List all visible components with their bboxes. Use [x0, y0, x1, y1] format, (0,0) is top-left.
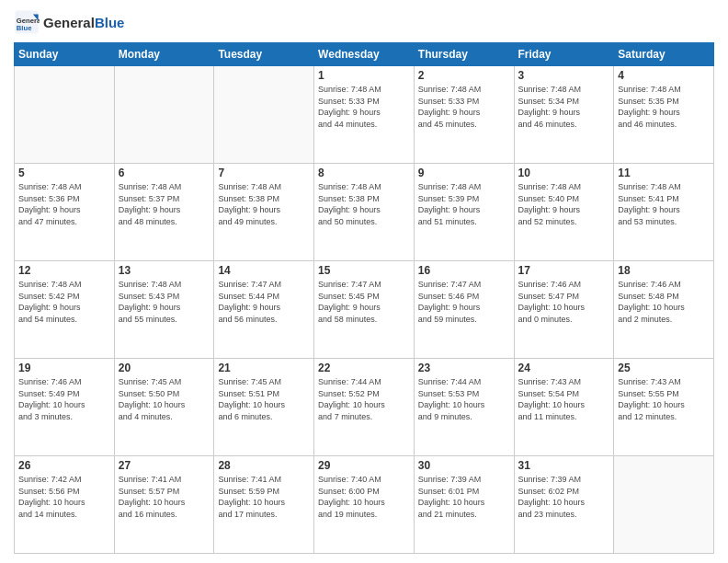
calendar-cell: 7Sunrise: 7:48 AM Sunset: 5:38 PM Daylig… [214, 164, 314, 261]
weekday-header-thursday: Thursday [414, 43, 514, 66]
calendar-cell: 3Sunrise: 7:48 AM Sunset: 5:34 PM Daylig… [514, 66, 614, 164]
calendar-cell [15, 66, 115, 164]
day-number: 27 [119, 459, 210, 472]
calendar-cell: 25Sunrise: 7:43 AM Sunset: 5:55 PM Dayli… [614, 359, 714, 456]
day-info: Sunrise: 7:47 AM Sunset: 5:46 PM Dayligh… [418, 279, 510, 325]
week-row-2: 5Sunrise: 7:48 AM Sunset: 5:36 PM Daylig… [15, 164, 714, 261]
day-number: 9 [418, 167, 510, 179]
weekday-header-tuesday: Tuesday [214, 43, 314, 66]
calendar-cell: 19Sunrise: 7:46 AM Sunset: 5:49 PM Dayli… [15, 359, 115, 456]
day-number: 23 [418, 362, 510, 374]
day-info: Sunrise: 7:46 AM Sunset: 5:47 PM Dayligh… [518, 279, 610, 325]
day-number: 1 [318, 69, 410, 82]
day-number: 30 [418, 459, 510, 472]
day-info: Sunrise: 7:44 AM Sunset: 5:52 PM Dayligh… [318, 376, 410, 422]
day-number: 20 [119, 362, 210, 374]
weekday-header-saturday: Saturday [614, 43, 714, 66]
day-info: Sunrise: 7:48 AM Sunset: 5:34 PM Dayligh… [518, 84, 610, 130]
weekday-header-sunday: Sunday [15, 43, 115, 66]
calendar-cell: 21Sunrise: 7:45 AM Sunset: 5:51 PM Dayli… [214, 359, 314, 456]
day-number: 29 [318, 459, 410, 472]
day-number: 8 [318, 167, 410, 179]
day-number: 10 [518, 167, 610, 179]
calendar-cell: 10Sunrise: 7:48 AM Sunset: 5:40 PM Dayli… [514, 164, 614, 261]
day-info: Sunrise: 7:48 AM Sunset: 5:38 PM Dayligh… [318, 181, 410, 227]
logo: General Blue GeneralBlue [14, 9, 124, 35]
calendar-cell: 30Sunrise: 7:39 AM Sunset: 6:01 PM Dayli… [414, 456, 514, 554]
day-info: Sunrise: 7:48 AM Sunset: 5:39 PM Dayligh… [418, 181, 510, 227]
calendar-cell: 31Sunrise: 7:39 AM Sunset: 6:02 PM Dayli… [514, 456, 614, 554]
day-number: 17 [518, 264, 610, 277]
day-number: 7 [218, 167, 310, 179]
day-number: 24 [518, 362, 610, 374]
day-info: Sunrise: 7:46 AM Sunset: 5:48 PM Dayligh… [618, 279, 710, 325]
calendar-cell: 20Sunrise: 7:45 AM Sunset: 5:50 PM Dayli… [114, 359, 214, 456]
logo-blue: Blue [95, 15, 125, 30]
day-number: 19 [18, 362, 110, 374]
day-info: Sunrise: 7:40 AM Sunset: 6:00 PM Dayligh… [318, 474, 410, 520]
day-number: 2 [418, 69, 510, 82]
week-row-4: 19Sunrise: 7:46 AM Sunset: 5:49 PM Dayli… [15, 359, 714, 456]
calendar-cell: 27Sunrise: 7:41 AM Sunset: 5:57 PM Dayli… [114, 456, 214, 554]
logo-text: GeneralBlue [43, 15, 124, 30]
day-info: Sunrise: 7:41 AM Sunset: 5:57 PM Dayligh… [119, 474, 210, 520]
day-info: Sunrise: 7:48 AM Sunset: 5:33 PM Dayligh… [318, 84, 410, 130]
calendar-cell: 5Sunrise: 7:48 AM Sunset: 5:36 PM Daylig… [15, 164, 115, 261]
calendar-cell: 16Sunrise: 7:47 AM Sunset: 5:46 PM Dayli… [414, 261, 514, 359]
calendar-cell: 14Sunrise: 7:47 AM Sunset: 5:44 PM Dayli… [214, 261, 314, 359]
calendar-cell: 9Sunrise: 7:48 AM Sunset: 5:39 PM Daylig… [414, 164, 514, 261]
day-info: Sunrise: 7:48 AM Sunset: 5:42 PM Dayligh… [18, 279, 110, 325]
day-info: Sunrise: 7:45 AM Sunset: 5:51 PM Dayligh… [218, 376, 310, 422]
calendar-cell: 2Sunrise: 7:48 AM Sunset: 5:33 PM Daylig… [414, 66, 514, 164]
calendar-cell: 24Sunrise: 7:43 AM Sunset: 5:54 PM Dayli… [514, 359, 614, 456]
calendar-cell: 26Sunrise: 7:42 AM Sunset: 5:56 PM Dayli… [15, 456, 115, 554]
calendar-cell: 29Sunrise: 7:40 AM Sunset: 6:00 PM Dayli… [314, 456, 415, 554]
day-info: Sunrise: 7:48 AM Sunset: 5:40 PM Dayligh… [518, 181, 610, 227]
day-info: Sunrise: 7:44 AM Sunset: 5:53 PM Dayligh… [418, 376, 510, 422]
day-info: Sunrise: 7:48 AM Sunset: 5:41 PM Dayligh… [618, 181, 710, 227]
day-info: Sunrise: 7:48 AM Sunset: 5:37 PM Dayligh… [119, 181, 210, 227]
day-info: Sunrise: 7:48 AM Sunset: 5:35 PM Dayligh… [618, 84, 710, 130]
calendar-cell: 4Sunrise: 7:48 AM Sunset: 5:35 PM Daylig… [614, 66, 714, 164]
day-info: Sunrise: 7:39 AM Sunset: 6:01 PM Dayligh… [418, 474, 510, 520]
day-number: 25 [618, 362, 710, 374]
day-number: 22 [318, 362, 410, 374]
calendar-table: SundayMondayTuesdayWednesdayThursdayFrid… [14, 42, 714, 554]
logo-icon: General Blue [14, 9, 40, 35]
day-info: Sunrise: 7:47 AM Sunset: 5:45 PM Dayligh… [318, 279, 410, 325]
day-info: Sunrise: 7:45 AM Sunset: 5:50 PM Dayligh… [119, 376, 210, 422]
week-row-5: 26Sunrise: 7:42 AM Sunset: 5:56 PM Dayli… [15, 456, 714, 554]
day-info: Sunrise: 7:48 AM Sunset: 5:33 PM Dayligh… [418, 84, 510, 130]
day-number: 13 [119, 264, 210, 277]
calendar-cell [614, 456, 714, 554]
calendar-cell: 17Sunrise: 7:46 AM Sunset: 5:47 PM Dayli… [514, 261, 614, 359]
day-number: 6 [119, 167, 210, 179]
day-number: 16 [418, 264, 510, 277]
calendar-cell [114, 66, 214, 164]
day-number: 26 [18, 459, 110, 472]
calendar-cell: 13Sunrise: 7:48 AM Sunset: 5:43 PM Dayli… [114, 261, 214, 359]
page: General Blue GeneralBlue SundayMondayTue… [0, 0, 728, 563]
header: General Blue GeneralBlue [14, 9, 714, 35]
calendar-body: 1Sunrise: 7:48 AM Sunset: 5:33 PM Daylig… [15, 66, 714, 554]
day-number: 14 [218, 264, 310, 277]
week-row-3: 12Sunrise: 7:48 AM Sunset: 5:42 PM Dayli… [15, 261, 714, 359]
calendar-cell: 11Sunrise: 7:48 AM Sunset: 5:41 PM Dayli… [614, 164, 714, 261]
calendar-cell: 28Sunrise: 7:41 AM Sunset: 5:59 PM Dayli… [214, 456, 314, 554]
calendar-cell: 6Sunrise: 7:48 AM Sunset: 5:37 PM Daylig… [114, 164, 214, 261]
day-number: 21 [218, 362, 310, 374]
day-number: 28 [218, 459, 310, 472]
calendar-cell: 18Sunrise: 7:46 AM Sunset: 5:48 PM Dayli… [614, 261, 714, 359]
day-info: Sunrise: 7:48 AM Sunset: 5:36 PM Dayligh… [18, 181, 110, 227]
day-info: Sunrise: 7:46 AM Sunset: 5:49 PM Dayligh… [18, 376, 110, 422]
calendar-cell: 1Sunrise: 7:48 AM Sunset: 5:33 PM Daylig… [314, 66, 415, 164]
week-row-1: 1Sunrise: 7:48 AM Sunset: 5:33 PM Daylig… [15, 66, 714, 164]
day-info: Sunrise: 7:41 AM Sunset: 5:59 PM Dayligh… [218, 474, 310, 520]
svg-text:Blue: Blue [17, 24, 32, 32]
day-info: Sunrise: 7:43 AM Sunset: 5:55 PM Dayligh… [618, 376, 710, 422]
weekday-header-friday: Friday [514, 43, 614, 66]
weekday-header-monday: Monday [114, 43, 214, 66]
day-number: 4 [618, 69, 710, 82]
day-number: 12 [18, 264, 110, 277]
calendar-cell: 12Sunrise: 7:48 AM Sunset: 5:42 PM Dayli… [15, 261, 115, 359]
